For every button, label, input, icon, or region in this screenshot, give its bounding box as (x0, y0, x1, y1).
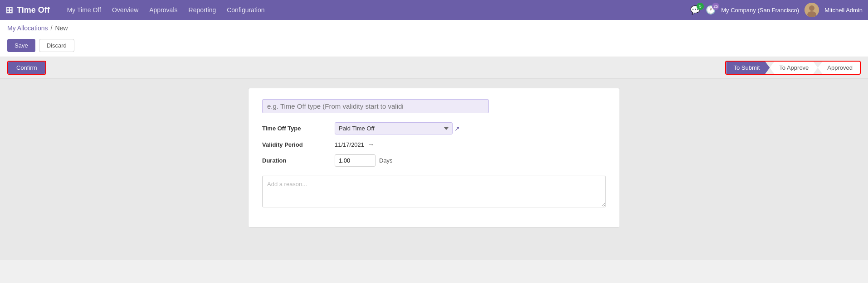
external-link-icon[interactable]: ↗ (454, 125, 460, 132)
nav-links: My Time Off Overview Approvals Reporting… (63, 5, 682, 15)
breadcrumb-separator: / (50, 24, 52, 32)
step-approved[interactable]: Approved (818, 62, 860, 74)
nav-configuration[interactable]: Configuration (222, 5, 269, 15)
svg-point-1 (809, 5, 814, 11)
grid-icon[interactable]: ⊞ (5, 5, 13, 15)
validity-period-label: Validity Period (262, 141, 335, 148)
app-title: Time Off (17, 5, 50, 15)
messages-badge: 5 (697, 3, 704, 10)
time-off-type-select-wrapper: Paid Time Off ↗ (335, 122, 460, 134)
status-steps: To Submit To Approve Approved (725, 61, 861, 75)
step-to-submit-label: To Submit (733, 64, 760, 71)
breadcrumb-parent[interactable]: My Allocations (7, 24, 48, 32)
activity-icon[interactable]: 🕐 25 (706, 5, 716, 15)
nav-my-time-off[interactable]: My Time Off (63, 5, 106, 15)
app-logo[interactable]: ⊞ Time Off (5, 5, 50, 15)
time-off-type-value: Paid Time Off ↗ (335, 122, 606, 134)
step-approved-label: Approved (827, 64, 853, 71)
user-name: Mitchell Admin (824, 7, 863, 14)
form-card: Time Off Type Paid Time Off ↗ Validity P… (248, 88, 620, 228)
breadcrumb-current: New (55, 24, 68, 32)
step-to-approve[interactable]: To Approve (770, 62, 818, 74)
nav-overview[interactable]: Overview (107, 5, 143, 15)
time-off-type-select[interactable]: Paid Time Off (335, 122, 453, 134)
validity-period-row: Validity Period 11/17/2021 → (262, 141, 606, 148)
nav-reporting[interactable]: Reporting (184, 5, 221, 15)
activity-badge: 25 (712, 3, 719, 10)
nav-approvals[interactable]: Approvals (145, 5, 182, 15)
validity-start-date[interactable]: 11/17/2021 (335, 141, 364, 148)
company-name: My Company (San Francisco) (721, 7, 799, 14)
duration-value: 1.00 Days (335, 154, 606, 167)
step-to-approve-label: To Approve (779, 64, 809, 71)
allocation-title-input[interactable] (262, 99, 489, 113)
main-area: Time Off Type Paid Time Off ↗ Validity P… (0, 79, 868, 260)
action-row: Save Discard (0, 36, 868, 57)
step-to-submit[interactable]: To Submit (726, 62, 770, 74)
validity-arrow: → (368, 141, 374, 148)
duration-row: Duration 1.00 Days (262, 154, 606, 167)
duration-label: Duration (262, 157, 335, 164)
avatar[interactable] (805, 3, 819, 17)
confirm-button[interactable]: Confirm (8, 62, 45, 74)
top-navigation: ⊞ Time Off My Time Off Overview Approval… (0, 0, 868, 20)
time-off-type-row: Time Off Type Paid Time Off ↗ (262, 122, 606, 134)
confirm-button-wrapper: Confirm (7, 61, 46, 75)
messages-icon[interactable]: 💬 5 (690, 5, 700, 15)
duration-unit: Days (379, 157, 393, 164)
time-off-type-label: Time Off Type (262, 125, 335, 132)
status-bar: Confirm To Submit To Approve Approved (0, 57, 868, 79)
duration-input[interactable]: 1.00 (335, 154, 375, 167)
reason-textarea[interactable] (262, 176, 606, 207)
page-content: My Allocations / New Save Discard Confir… (0, 20, 868, 260)
discard-button[interactable]: Discard (39, 39, 74, 52)
topnav-right: 💬 5 🕐 25 My Company (San Francisco) Mitc… (690, 3, 863, 17)
status-bar-left: Confirm (7, 61, 46, 75)
validity-period-value: 11/17/2021 → (335, 141, 606, 148)
breadcrumb: My Allocations / New (0, 20, 868, 36)
save-button[interactable]: Save (7, 39, 35, 52)
